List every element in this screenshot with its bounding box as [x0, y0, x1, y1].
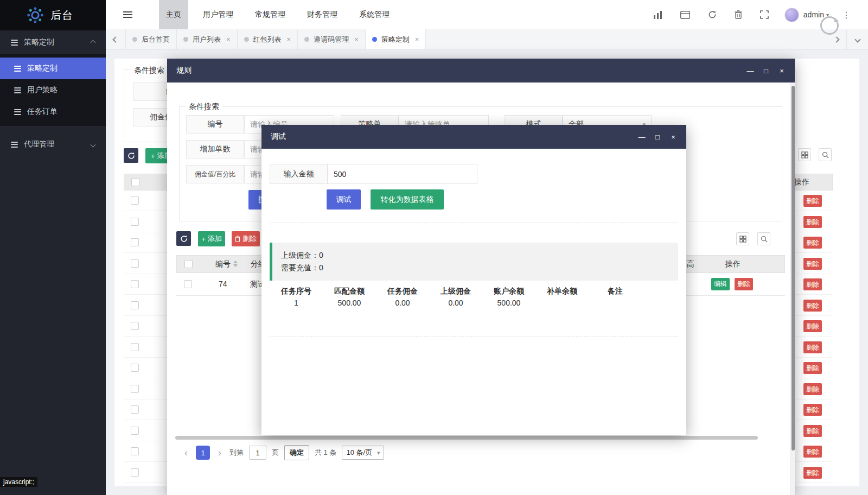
chart-button[interactable]	[653, 11, 662, 19]
tabs-menu-button[interactable]	[846, 29, 868, 49]
edit-button[interactable]: 编辑	[711, 278, 730, 290]
refresh-button[interactable]	[176, 231, 191, 246]
tab-home[interactable]: 后台首页	[125, 29, 177, 49]
page-number-button[interactable]: 1	[196, 446, 210, 460]
row-checkbox[interactable]	[131, 196, 139, 205]
delete-button[interactable]: 删除	[803, 320, 822, 332]
nav-item-system[interactable]: 系统管理	[352, 0, 397, 29]
tab-close-icon[interactable]: ×	[354, 35, 359, 43]
table-search-button[interactable]	[757, 232, 770, 245]
cell-id: 74	[219, 280, 227, 288]
delete-button[interactable]: 删除	[803, 446, 822, 458]
row-checkbox[interactable]	[131, 447, 139, 455]
next-page-button[interactable]: ›	[215, 447, 224, 459]
tab-user-list[interactable]: 用户列表 ×	[177, 29, 238, 49]
tab-dot	[244, 37, 249, 42]
card-icon	[680, 11, 690, 19]
delete-button[interactable]: 删除	[803, 300, 822, 312]
delete-button[interactable]: 删除	[735, 278, 753, 290]
nav-item-users[interactable]: 用户管理	[196, 0, 240, 29]
row-checkbox[interactable]	[131, 405, 139, 414]
delete-button[interactable]: 删除	[803, 425, 822, 437]
tabs-scroll-left-button[interactable]	[106, 29, 125, 49]
row-checkbox[interactable]	[131, 238, 139, 246]
maximize-button[interactable]: □	[654, 133, 661, 141]
page-size-select[interactable]: 10 条/页 ▾	[342, 446, 384, 460]
delete-button[interactable]: 删除	[803, 258, 822, 270]
row-checkbox[interactable]	[131, 427, 139, 435]
delete-button[interactable]: 删除	[803, 195, 822, 207]
horizontal-scrollbar[interactable]	[175, 436, 758, 440]
clear-cache-button[interactable]	[735, 10, 742, 19]
minimize-button[interactable]: —	[746, 67, 754, 75]
column-toggle-button[interactable]	[798, 148, 811, 161]
convert-to-table-button[interactable]: 转化为数据表格	[371, 189, 444, 210]
sidebar-item-strategy-custom[interactable]: 策略定制	[0, 58, 106, 79]
goto-page-input[interactable]	[249, 446, 266, 460]
delete-button[interactable]: 删除	[803, 341, 822, 353]
row-checkbox[interactable]	[131, 364, 139, 372]
circular-arrow-icon[interactable]	[820, 16, 839, 35]
row-checkbox[interactable]	[131, 280, 139, 288]
logo-text: 后台	[50, 8, 73, 23]
sidebar-group-strategy[interactable]: 策略定制	[0, 30, 106, 54]
tab-close-icon[interactable]: ×	[226, 35, 231, 43]
amount-input[interactable]	[328, 164, 477, 184]
goto-label: 到第	[229, 448, 244, 458]
nav-item-general[interactable]: 常规管理	[248, 0, 292, 29]
close-button[interactable]: ×	[778, 67, 786, 75]
nav-item-finance[interactable]: 财务管理	[300, 0, 344, 29]
avatar[interactable]	[784, 8, 799, 22]
sidebar-item-task-order[interactable]: 任务订单	[0, 101, 106, 123]
collapse-sidebar-button[interactable]	[123, 11, 132, 18]
sort-icon[interactable]	[233, 261, 238, 267]
select-all-checkbox[interactable]	[184, 260, 193, 268]
row-checkbox[interactable]	[131, 301, 139, 309]
delete-button[interactable]: 删除	[232, 231, 260, 246]
row-checkbox[interactable]	[131, 468, 139, 477]
username[interactable]: admin	[803, 10, 824, 19]
confirm-button[interactable]: 确定	[284, 445, 309, 460]
debug-button[interactable]: 调试	[327, 189, 361, 210]
row-checkbox[interactable]	[131, 343, 139, 351]
delete-button[interactable]: 删除	[803, 404, 822, 416]
refresh-button[interactable]	[124, 148, 138, 163]
fullscreen-button[interactable]	[760, 10, 769, 19]
row-checkbox[interactable]	[131, 385, 139, 393]
maximize-button[interactable]: □	[762, 67, 770, 75]
add-button[interactable]: +添加	[198, 231, 225, 246]
row-checkbox[interactable]	[184, 280, 192, 288]
chevron-left-icon	[112, 36, 118, 42]
window-controls: — □ ×	[638, 133, 677, 141]
row-checkbox[interactable]	[131, 322, 139, 330]
delete-button[interactable]: 删除	[803, 383, 822, 395]
close-button[interactable]: ×	[669, 133, 677, 141]
delete-button[interactable]: 删除	[803, 362, 822, 374]
delete-button[interactable]: 删除	[803, 278, 822, 290]
scrollbar-thumb[interactable]	[792, 86, 795, 450]
row-checkbox[interactable]	[131, 218, 139, 226]
sidebar-submenu: 策略定制 用户策略 任务订单	[0, 54, 106, 126]
select-all-checkbox[interactable]	[131, 178, 139, 186]
delete-button[interactable]: 删除	[803, 237, 822, 249]
prev-page-button[interactable]: ‹	[182, 447, 190, 459]
delete-button[interactable]: 删除	[803, 216, 822, 228]
column-toggle-button[interactable]	[736, 232, 749, 245]
more-menu-button[interactable]: ⋮	[842, 10, 851, 20]
tab-strategy-custom[interactable]: 策略定制 ×	[366, 29, 426, 49]
table-search-button[interactable]	[819, 148, 832, 161]
tab-invite-code[interactable]: 邀请码管理 ×	[298, 29, 366, 49]
divider	[270, 223, 678, 223]
panel-button[interactable]	[680, 11, 690, 19]
sidebar-group-agent[interactable]: 代理管理	[0, 132, 106, 156]
minimize-button[interactable]: —	[638, 133, 646, 141]
nav-item-home[interactable]: 主页	[159, 0, 188, 29]
row-checkbox[interactable]	[131, 259, 139, 268]
tab-close-icon[interactable]: ×	[415, 35, 419, 43]
refresh-button[interactable]	[708, 10, 717, 19]
delete-button[interactable]: 删除	[803, 467, 822, 479]
tab-close-icon[interactable]: ×	[287, 35, 291, 43]
tab-redpacket-list[interactable]: 红包列表 ×	[238, 29, 298, 49]
sidebar-item-user-strategy[interactable]: 用户策略	[0, 79, 106, 101]
tab-dot	[372, 37, 377, 42]
